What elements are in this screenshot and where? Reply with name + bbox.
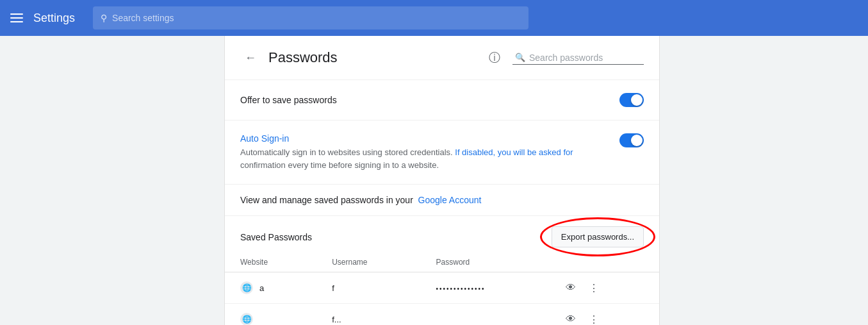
offer-to-save-row: Offer to save passwords [240,93,644,107]
site-icon: 🌐 [240,281,253,294]
reveal-password-button[interactable]: 👁 [562,279,580,297]
topbar: Settings ⚲ [0,0,868,36]
passwords-search-input[interactable] [529,53,641,63]
auto-signin-section: Auto Sign-in Automatically sign in to we… [225,121,659,185]
settings-search-bar[interactable]: ⚲ [93,6,528,29]
search-icon-passwords: 🔍 [515,53,525,62]
actions-cell: 👁 ⋮ [546,304,659,326]
website-cell: 🌐 [225,304,316,326]
col-website: Website [225,253,316,272]
export-button-wrapper: Export passwords... [552,226,644,247]
table-row: 🌐 a f •••••••••••••• 👁 ⋮ [225,272,659,304]
col-username: Username [316,253,420,272]
more-options-button[interactable]: ⋮ [585,279,603,297]
table-header-row: Website Username Password [225,253,659,272]
saved-passwords-title: Saved Passwords [240,232,312,242]
website-cell: 🌐 a [225,272,316,304]
password-dots: •••••••••••••• [436,285,486,292]
auto-signin-link-text: If disabled, you will be asked for [455,147,573,157]
password-cell [421,304,546,326]
more-options-button[interactable]: ⋮ [585,310,603,325]
search-icon-top: ⚲ [101,13,107,23]
password-cell: •••••••••••••• [421,272,546,304]
passwords-search-bar[interactable]: 🔍 [512,51,644,65]
settings-search-input[interactable] [112,13,521,23]
site-icon: 🌐 [240,313,253,325]
auto-signin-row: Auto Sign-in Automatically sign in to we… [240,133,644,171]
google-account-link[interactable]: Google Account [418,195,482,205]
manage-link-text-before: View and manage saved passwords in your [240,195,416,205]
main-layout: ← Passwords ⓘ 🔍 Offer to save passwords … [0,36,868,325]
app-title: Settings [33,12,75,25]
passwords-table: Website Username Password 🌐 a f [225,253,659,325]
back-button[interactable]: ← [240,47,261,68]
menu-icon[interactable] [10,13,23,22]
export-passwords-button[interactable]: Export passwords... [552,226,644,247]
auto-signin-label: Auto Sign-in [240,133,599,144]
passwords-header: ← Passwords ⓘ 🔍 [225,36,659,80]
manage-link-section: View and manage saved passwords in your … [225,185,659,216]
reveal-password-button[interactable]: 👁 [562,310,580,325]
offer-to-save-toggle[interactable] [619,93,644,107]
offer-to-save-section: Offer to save passwords [225,80,659,121]
sidebar [0,36,224,325]
page-title: Passwords [268,49,477,66]
table-row: 🌐 f... 👁 ⋮ [225,304,659,326]
help-icon[interactable]: ⓘ [484,47,505,68]
col-password: Password [421,253,546,272]
content-area: ← Passwords ⓘ 🔍 Offer to save passwords … [224,36,660,325]
username-cell: f... [316,304,420,326]
username-cell: f [316,272,420,304]
col-actions [546,253,659,272]
website-value: a [259,283,264,293]
auto-signin-text: Auto Sign-in Automatically sign in to we… [240,133,599,171]
offer-to-save-label: Offer to save passwords [240,95,337,105]
saved-passwords-header: Saved Passwords Export passwords... [225,216,659,253]
auto-signin-toggle[interactable] [619,133,644,147]
auto-signin-description: Automatically sign in to websites using … [240,146,599,171]
actions-cell: 👁 ⋮ [546,272,659,304]
